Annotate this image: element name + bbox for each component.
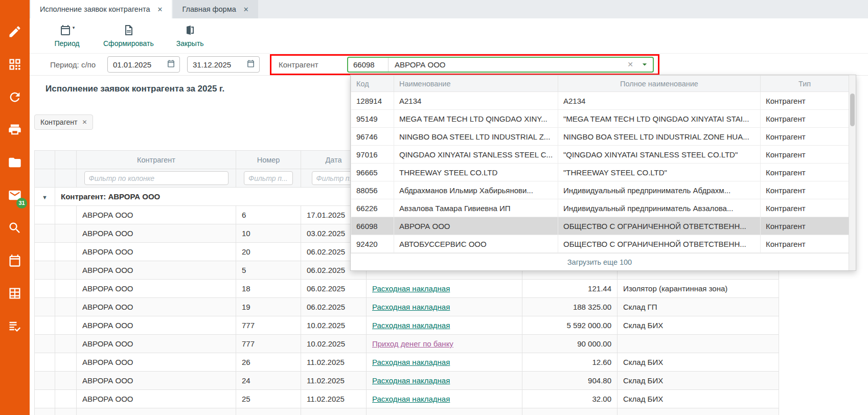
cell-warehouse: Склад БИХ (618, 390, 779, 408)
generate-button-label: Сформировать (103, 39, 154, 48)
load-more-button[interactable]: Загрузить еще 100 (351, 253, 849, 270)
cell-counterparty: АВРОРА ООО (77, 280, 236, 298)
tab-report-label: Исполнение заявок контрагента (40, 5, 150, 13)
cell-number: 18 (236, 280, 301, 298)
cell-counterparty: АВРОРА ООО (77, 224, 236, 243)
qr-code-icon[interactable] (8, 57, 22, 72)
cell-sum: 188 325.00 (522, 298, 618, 316)
generate-icon (122, 24, 134, 38)
cell-sum: 12.60 (522, 353, 618, 372)
counterparty-column-filter-input[interactable] (84, 171, 229, 185)
tab-main-form[interactable]: Главная форма ✕ (173, 0, 258, 18)
generate-button[interactable]: Сформировать (103, 24, 154, 48)
cell-number: 20 (236, 243, 301, 261)
mail-icon[interactable]: 31 (8, 188, 22, 202)
printer-icon[interactable] (8, 123, 22, 137)
refresh-icon[interactable] (8, 90, 22, 104)
cell-date: 06.02.2025 (301, 298, 367, 316)
dropdown-row[interactable]: 96665 THREEWAY STEEL CO.LTD "THREEWAY ST… (351, 164, 849, 181)
cell-warehouse: Изолятор (карантинная зона) (618, 280, 779, 298)
document-link[interactable]: Расходная накладная (372, 303, 450, 311)
dropdown-row[interactable]: 96746 NINGBO BOA STEEL LTD INDUSTRIAL Z.… (351, 128, 849, 146)
document-link[interactable]: Расходная накладная (372, 376, 450, 385)
door-exit-icon (184, 24, 196, 38)
number-column-filter-input[interactable] (244, 171, 293, 185)
folder-icon[interactable] (8, 155, 22, 170)
counterparty-combo[interactable]: 66098 АВРОРА ООО ✕ (347, 57, 654, 73)
dropdown-row[interactable]: 92420 АВТОБУССЕРВИС ООО ОБЩЕСТВО С ОГРАН… (351, 235, 849, 253)
table-row[interactable]: АВРОРА ООО 18 06.02.2025 Расходная накла… (35, 280, 779, 298)
table-row[interactable]: АВРОРА ООО 19 06.02.2025 Расходная накла… (35, 298, 779, 316)
close-button[interactable]: Закрыть (168, 24, 212, 48)
dropdown-row[interactable]: 128914 A2134 A2134 Контрагент (351, 92, 849, 110)
date-from-input[interactable] (112, 60, 161, 70)
close-button-label: Закрыть (176, 39, 204, 48)
cell-sum (522, 408, 618, 415)
cell-sum: 32.00 (522, 390, 618, 408)
annotation-highlight: Контрагент 66098 АВРОРА ООО ✕ (270, 54, 659, 75)
cell-number: 7 (236, 408, 301, 415)
counterparty-dropdown: Код Наименование Полное наименование Тип… (350, 75, 856, 271)
chevron-down-icon[interactable] (639, 59, 653, 70)
pencil-icon[interactable] (8, 25, 22, 39)
dropdown-row[interactable]: 97016 QINGDAO XINYATAI STANLESS STEEL C.… (351, 146, 849, 164)
cell-sum: 121.44 (522, 280, 618, 298)
dropdown-row[interactable]: 88056 Абдрахманов Ильмир Хабирьянови... … (351, 181, 849, 199)
dropdown-row[interactable]: 66226 Авзалова Тамара Гивиевна ИП Индиви… (351, 199, 849, 217)
cell-counterparty: АВРОРА ООО (77, 206, 236, 224)
cell-number: 19 (236, 298, 301, 316)
tab-bar: Исполнение заявок контрагента ✕ Главная … (30, 0, 868, 18)
cell-counterparty: АВРОРА ООО (77, 372, 236, 390)
group-expander-icon[interactable]: ▼ (42, 194, 48, 200)
col-header-counterparty: Контрагент (77, 151, 236, 169)
clear-icon[interactable]: ✕ (621, 60, 639, 68)
chevron-down-icon: ▾ (73, 25, 75, 30)
toolbar: ▾ Период Сформировать Закрыть (30, 18, 868, 54)
table-row[interactable]: АВРОРА ООО 25 11.02.2025 Расходная накла… (35, 390, 779, 408)
document-link[interactable]: Расходная накладная (372, 321, 450, 330)
date-from-field[interactable] (107, 56, 180, 73)
scrollbar-thumb[interactable] (850, 94, 855, 126)
dropdown-col-type: Тип (761, 76, 849, 92)
date-column-filter-input[interactable] (312, 171, 356, 185)
date-to-input[interactable] (192, 60, 241, 70)
date-to-field[interactable] (187, 56, 260, 73)
table-row[interactable]: АВРОРА ООО 7 11.02.2025 Заявка от клиент… (35, 408, 779, 415)
table-row[interactable]: АВРОРА ООО 777 10.02.2025 Приход денег п… (35, 335, 779, 353)
cell-counterparty: АВРОРА ООО (77, 390, 236, 408)
tab-close-icon[interactable]: ✕ (157, 6, 163, 13)
cell-number: 6 (236, 206, 301, 224)
document-link[interactable]: Расходная накладная (372, 395, 450, 403)
dropdown-row[interactable]: 95149 MEGA TEAM TECH LTD QINGDAO XINY...… (351, 110, 849, 128)
calendar-icon[interactable] (8, 253, 22, 268)
tasks-icon[interactable] (8, 319, 22, 333)
dropdown-col-full-name: Полное наименование (558, 76, 761, 92)
cell-warehouse (618, 408, 779, 415)
table-row[interactable]: АВРОРА ООО 24 11.02.2025 Расходная накла… (35, 372, 779, 390)
calendar-icon[interactable] (246, 59, 255, 70)
document-link[interactable]: Приход денег по банку (372, 339, 453, 348)
tab-main-form-label: Главная форма (182, 5, 236, 13)
document-link[interactable]: Расходная накладная (372, 358, 450, 366)
counterparty-label: Контрагент (279, 60, 347, 69)
chip-remove-icon[interactable]: ✕ (82, 119, 87, 126)
period-range-label: Период: с/по (50, 60, 107, 69)
dropdown-scrollbar[interactable] (849, 75, 856, 270)
table-row[interactable]: АВРОРА ООО 26 11.02.2025 Расходная накла… (35, 353, 779, 372)
document-link[interactable]: Заявка от клиента (372, 413, 437, 415)
tab-close-icon[interactable]: ✕ (243, 6, 249, 13)
calendar-icon[interactable] (167, 59, 175, 70)
filter-chip-counterparty[interactable]: Контрагент ✕ (34, 114, 93, 130)
search-icon[interactable] (8, 221, 22, 235)
dropdown-row-selected[interactable]: 66098 АВРОРА ООО ОБЩЕСТВО С ОГРАНИЧЕННОЙ… (351, 217, 849, 235)
grid-icon[interactable] (8, 286, 22, 301)
document-link[interactable]: Расходная накладная (372, 284, 450, 293)
period-button[interactable]: ▾ Период (45, 24, 89, 48)
cell-number: 777 (236, 335, 301, 353)
table-row[interactable]: АВРОРА ООО 777 10.02.2025 Расходная накл… (35, 316, 779, 335)
counterparty-code-value: 66098 (348, 60, 388, 69)
cell-warehouse: Склад БИХ (618, 372, 779, 390)
tab-report[interactable]: Исполнение заявок контрагента ✕ (31, 0, 172, 18)
cell-counterparty: АВРОРА ООО (77, 353, 236, 372)
cell-date: 11.02.2025 (301, 408, 367, 415)
